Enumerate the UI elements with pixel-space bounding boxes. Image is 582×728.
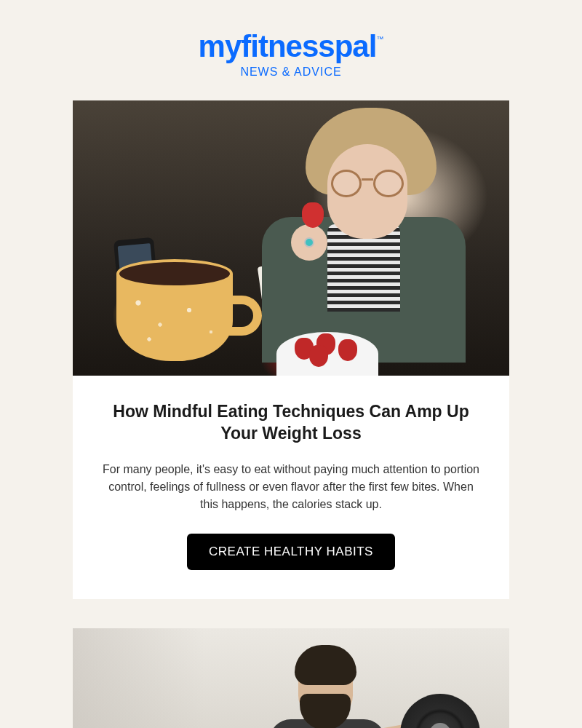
article-hero-image[interactable] — [73, 100, 509, 376]
email-container: myfitnesspal™ NEWS & ADVICE How Mindful … — [58, 0, 524, 728]
brand-name: myfitnesspal — [199, 29, 377, 63]
cta-button[interactable]: CREATE HEALTHY HABITS — [187, 534, 395, 570]
article-hero-image[interactable] — [73, 628, 509, 728]
brand-logo[interactable]: myfitnesspal™ — [199, 29, 384, 64]
article-body: For many people, it's easy to eat withou… — [95, 461, 487, 513]
article-content: How Mindful Eating Techniques Can Amp Up… — [73, 376, 509, 599]
header: myfitnesspal™ NEWS & ADVICE — [73, 0, 509, 100]
article-card — [73, 628, 509, 728]
article-title: How Mindful Eating Techniques Can Amp Up… — [95, 401, 487, 445]
brand-tagline: NEWS & ADVICE — [73, 66, 509, 79]
trademark-symbol: ™ — [376, 35, 383, 43]
article-card: How Mindful Eating Techniques Can Amp Up… — [73, 100, 509, 599]
